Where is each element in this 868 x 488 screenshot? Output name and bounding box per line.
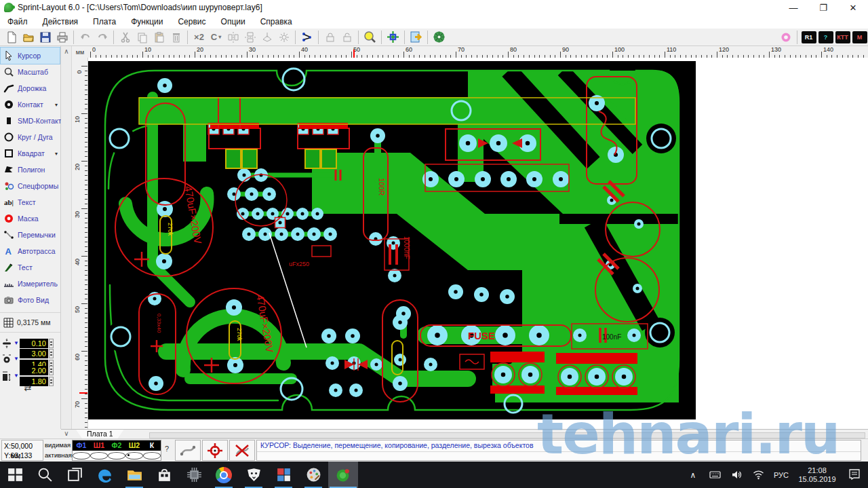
layer-visibility-row[interactable]: Ф1Ш1Ф2Ш2К [73,440,161,451]
tool-jumpers[interactable]: Перемычки [1,227,60,243]
layer-help[interactable]: ? [165,445,169,453]
tool-zoom[interactable]: Масштаб [1,64,60,80]
tool-test[interactable]: Тест [1,259,60,276]
sprint-layout-taskbar-button[interactable] [328,462,358,488]
redo-button[interactable] [94,30,111,45]
mirror-vertical-button[interactable] [241,30,258,45]
layer-active-row[interactable] [73,451,161,460]
snap-button[interactable] [275,30,292,45]
paint-app-button[interactable] [298,462,328,488]
menu-item-1[interactable]: Действия [35,17,86,26]
metallization-button[interactable]: М [851,30,868,45]
chip-app-button[interactable] [179,462,209,488]
file-explorer-button[interactable] [119,462,149,488]
touch-keyboard-icon[interactable] [704,469,726,481]
delete-button[interactable] [167,30,184,45]
close-button[interactable]: ✕ [838,0,868,15]
layer-visibility-К[interactable]: К [143,440,161,451]
store-button[interactable] [149,462,179,488]
wifi-icon[interactable] [747,469,769,481]
align-button[interactable] [258,30,275,45]
new-file-button[interactable] [3,30,20,45]
tool-polygon[interactable]: Полигон [1,162,60,178]
ktt-button[interactable]: КТТ [834,30,851,45]
tool-track[interactable]: Дорожка [1,80,60,96]
tool-cursor[interactable]: Курсор [1,48,60,64]
tool-rectangle[interactable]: Квадрат▾ [1,145,60,162]
menu-item-5[interactable]: Опции [214,17,253,26]
layer-visibility-Ш2[interactable]: Ш2 [125,440,143,451]
photo-view-button[interactable] [408,30,425,45]
smd-size-dropdown[interactable]: ▼ [13,373,20,379]
pad-outer-stepper[interactable] [49,349,54,358]
layer-visibility-Ф1[interactable]: Ф1 [73,440,90,451]
duplicate-button[interactable]: ×2 [191,30,208,45]
horizontal-scrollbar[interactable] [149,432,865,438]
connections-button[interactable] [298,30,315,45]
track-width-stepper[interactable] [49,339,54,348]
grid-setting[interactable]: 0,3175 мм [0,312,60,333]
layer-active-radio-Ш2[interactable] [125,451,143,460]
pad-size-dropdown[interactable]: ▼ [13,356,20,362]
track-width-value[interactable]: 0.10 [20,339,48,348]
tool-dropdown-icon[interactable]: ▾ [55,102,58,108]
layer-visibility-Ф2[interactable]: Ф2 [108,440,125,451]
board-tab[interactable]: Плата 1 [76,430,124,438]
task-view-button[interactable] [60,462,90,488]
board-preview-button[interactable] [431,30,448,45]
tool-dropdown-icon[interactable]: ▾ [55,151,58,157]
rotate-dropdown[interactable]: ▾ [218,34,221,40]
hidden-icons-chevron[interactable]: ∧ [682,470,704,480]
tool-special-shapes[interactable]: Спецформы [1,178,60,194]
menu-item-3[interactable]: Функции [123,17,170,26]
crosshair-mode-button[interactable] [384,30,401,45]
start-button[interactable] [0,462,30,488]
paste-button[interactable] [151,30,167,45]
menu-item-6[interactable]: Справка [253,17,300,26]
check-button[interactable]: ? [817,30,834,45]
layer-active-radio-Ф1[interactable] [73,451,90,460]
tool-pad[interactable]: Контакт▾ [1,96,60,113]
menu-item-0[interactable]: Файл [0,17,35,26]
smd-height-stepper[interactable] [49,377,54,386]
tool-smd-pad[interactable]: SMD-Контакт [1,113,60,129]
scroll-up-icon[interactable]: ∧ [61,46,72,57]
edge-button[interactable] [90,462,119,488]
track-width-dropdown[interactable]: ▼ [13,340,20,346]
volume-icon[interactable] [726,469,747,481]
lock-button[interactable] [321,30,338,45]
foobar-button[interactable] [239,462,269,488]
tool-circle-arc[interactable]: Круг / Дуга [1,129,60,145]
scroll-down-icon[interactable]: ∨ [61,428,72,439]
clock[interactable]: 21:08 15.05.2019 [793,466,841,484]
tool-text[interactable]: ab|Текст [1,194,60,210]
search-button[interactable] [30,462,60,488]
jumper-mode-button[interactable] [175,440,201,461]
smd-width-value[interactable]: 2.00 [20,366,48,375]
rotate-button[interactable]: C▾ [208,30,224,45]
undo-button[interactable] [77,30,94,45]
language-indicator[interactable]: РУС [769,471,793,479]
pcb-document[interactable]: 470uF×200V 470uF×200V 270k 270k 100R 100… [88,61,696,419]
zoom-button[interactable] [361,30,378,45]
copy-button[interactable] [134,30,151,45]
blocks-app-button[interactable] [269,462,298,488]
no-jumper-button[interactable] [229,440,255,461]
layer-active-radio-К[interactable] [143,451,161,460]
action-center-icon[interactable] [841,468,868,482]
open-file-button[interactable] [20,30,37,45]
component-labels-button[interactable]: R1 [800,30,817,45]
tool-measure[interactable]: Измеритель [1,276,60,292]
menu-item-4[interactable]: Сервис [170,17,213,26]
chrome-button[interactable] [209,462,239,488]
tool-autoroute[interactable]: AАвтотрасса [1,243,60,259]
pad-outer-value[interactable]: 3.00 [20,349,48,358]
minimize-button[interactable]: — [778,0,808,15]
smd-width-stepper[interactable] [49,366,54,375]
drawing-canvas[interactable]: 470uF×200V 470uF×200V 270k 270k 100R 100… [88,58,868,429]
layer-visibility-Ш1[interactable]: Ш1 [90,440,108,451]
print-button[interactable] [54,30,71,45]
tool-mask[interactable]: Маска [1,210,60,227]
crosshair-button[interactable] [202,440,228,461]
save-button[interactable] [37,30,54,45]
